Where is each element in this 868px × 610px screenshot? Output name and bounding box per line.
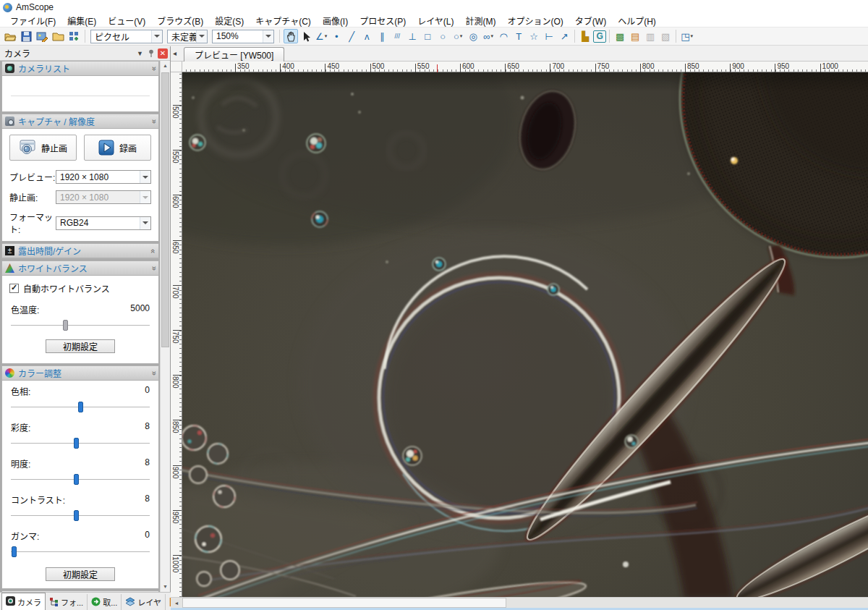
menu-ビュー[interactable]: ビュー(V) — [102, 14, 151, 27]
slider-thumb[interactable] — [74, 474, 79, 485]
camera-list-row[interactable] — [11, 77, 150, 96]
close-icon[interactable]: ✕ — [158, 48, 168, 59]
menu-プロセス[interactable]: プロセス(P) — [354, 14, 412, 27]
menu-ファイル[interactable]: ファイル(F) — [4, 14, 61, 27]
arrow-tool[interactable]: ↗ — [557, 29, 571, 43]
horizontal-scrollbar[interactable]: ◄ — [171, 597, 868, 608]
toolbar: ピクセル 未定義 150% ∠▾•╱ʌ∥///⊥□○○▾◎∞▾◠T☆⊢↗▙G▩▤… — [0, 27, 868, 46]
arc-tool[interactable]: ◠ — [496, 29, 511, 43]
snapshot-button[interactable]: 静止画 — [9, 135, 77, 161]
menu-ヘルプ[interactable]: ヘルプ(H) — [612, 14, 662, 27]
flatten-icon[interactable]: ▤ — [628, 29, 642, 43]
slider-thumb[interactable] — [74, 438, 79, 449]
menu-キャプチャ[interactable]: キャプチャ(C) — [250, 14, 317, 27]
annulus-tool[interactable]: ∞▾ — [481, 29, 495, 43]
open-icon[interactable] — [3, 29, 17, 43]
pin-icon[interactable] — [145, 48, 156, 59]
dock-tab-camera[interactable]: カメラ — [1, 593, 46, 610]
parallel-lines-tool[interactable]: ∥ — [375, 29, 389, 43]
wb-reset-button[interactable]: 初期設定 — [46, 339, 115, 353]
preview-resolution-dropdown[interactable]: 1920 × 1080 — [56, 170, 151, 184]
dock-body: カメラリスト « キャプチャ / 解像度 « — [0, 61, 161, 592]
menu-タブ[interactable]: タブ(W) — [569, 14, 612, 27]
rectangle-tool[interactable]: □ — [420, 29, 435, 43]
preview-tab[interactable]: プレビュー [YW500] — [184, 47, 284, 62]
dock-menu-button[interactable]: ▼ — [135, 48, 145, 59]
menu-編集[interactable]: 編集(E) — [61, 14, 102, 27]
temp-slider[interactable] — [11, 320, 150, 331]
scroll-left-icon[interactable]: ◄ — [171, 598, 182, 609]
folder-icon[interactable] — [51, 29, 65, 43]
collapse-icon[interactable]: « — [149, 370, 158, 375]
hand-tool[interactable] — [284, 29, 298, 43]
concentric-circles-tool[interactable]: ◎ — [466, 29, 480, 43]
exposure-header[interactable]: ± 露出時間/ゲイン « — [2, 244, 158, 258]
slider-thumb[interactable] — [12, 546, 17, 557]
perpendicular-tool[interactable]: ⊥ — [405, 29, 420, 43]
angle-tool[interactable]: ∠▾ — [314, 29, 328, 43]
capture-header[interactable]: キャプチャ / 解像度 « — [2, 114, 158, 129]
crop-icon[interactable]: ◳▾ — [679, 29, 694, 43]
contrast-slider[interactable] — [11, 510, 150, 521]
scale-bar-tool[interactable]: ⊢ — [542, 29, 556, 43]
circle-tool[interactable]: ○▾ — [451, 29, 465, 43]
star-tool[interactable]: ☆ — [527, 29, 541, 43]
menu-レイヤ[interactable]: レイヤ(L) — [412, 14, 459, 27]
menu-オプション[interactable]: オプション(O) — [502, 14, 569, 27]
polyline-tool[interactable]: ʌ — [359, 29, 374, 43]
scroll-up-icon[interactable]: ▲ — [161, 61, 170, 71]
histogram-icon[interactable]: ▙ — [578, 29, 592, 43]
grid-icon[interactable]: G — [593, 30, 606, 43]
unit-dropdown[interactable]: ピクセル — [90, 30, 163, 43]
record-button[interactable]: 録画 — [84, 135, 151, 161]
camera-list-header[interactable]: カメラリスト « — [2, 62, 158, 76]
temp-slider-thumb[interactable] — [63, 320, 68, 331]
color-composite-icon[interactable]: ▩ — [613, 29, 627, 43]
ellipse-tool[interactable]: ○ — [435, 29, 450, 43]
white-balance-header[interactable]: ホワイトバランス « — [2, 261, 158, 276]
text-tool[interactable]: T — [511, 29, 526, 43]
menu-計測[interactable]: 計測(M) — [460, 14, 502, 27]
menu-ブラウズ[interactable]: ブラウズ(B) — [151, 14, 209, 27]
line-tool[interactable]: ╱ — [344, 29, 359, 43]
dock-tab-layers[interactable]: レイヤ — [122, 594, 166, 610]
saturation-slider[interactable] — [11, 438, 150, 449]
image-edit-icon[interactable] — [35, 29, 49, 43]
capture-row: フォーマット:RGB24 — [9, 211, 151, 235]
hue-slider[interactable] — [11, 402, 150, 412]
color-reset-button[interactable]: 初期設定 — [46, 567, 115, 581]
brightness-slider[interactable] — [11, 474, 150, 485]
gamma-slider[interactable] — [11, 546, 150, 557]
point-tool[interactable]: • — [329, 29, 344, 43]
dock-tab-tree[interactable]: フォ... — [46, 594, 88, 610]
preset-dropdown[interactable]: 未定義 — [167, 30, 208, 43]
multi-parallel-tool[interactable]: /// — [390, 29, 404, 43]
auto-wb-checkbox[interactable] — [9, 284, 19, 293]
sidebar-scrollbar[interactable]: ▲ ▼ — [160, 61, 170, 592]
annotation-icon[interactable]: ▧ — [658, 29, 673, 43]
image-canvas[interactable] — [182, 72, 868, 597]
dock-tab-acquire[interactable]: 取... — [88, 594, 122, 610]
paste-icon[interactable]: ▥ — [643, 29, 658, 43]
tab-scroll-left-icon[interactable]: ◂ — [173, 49, 176, 57]
zoom-dropdown[interactable]: 150% — [212, 30, 274, 43]
color-adjust-header[interactable]: カラー調整 « — [2, 366, 158, 381]
collapse-icon[interactable]: « — [149, 66, 158, 70]
white-balance-body: 自動ホワイトバランス 色温度: 5000 初期設定 — [2, 282, 158, 363]
format-dropdown[interactable]: RGB24 — [56, 216, 151, 230]
collapse-icon[interactable]: « — [149, 119, 158, 123]
slider-thumb[interactable] — [78, 402, 83, 412]
menu-画像[interactable]: 画像(I) — [317, 14, 354, 27]
scrollbar-thumb[interactable] — [161, 72, 169, 347]
temp-value: 5000 — [130, 303, 150, 315]
menu-設定[interactable]: 設定(S) — [209, 14, 250, 27]
camera-list-row[interactable] — [11, 96, 150, 116]
scroll-down-icon[interactable]: ▼ — [161, 582, 170, 592]
save-icon[interactable] — [19, 29, 33, 43]
pointer-tool[interactable] — [299, 29, 313, 43]
thumbnail-browse-icon[interactable] — [67, 29, 81, 43]
expand-icon[interactable]: « — [149, 248, 158, 253]
scrollbar-thumb[interactable] — [182, 598, 506, 608]
collapse-icon[interactable]: « — [149, 266, 158, 270]
slider-thumb[interactable] — [74, 510, 79, 521]
